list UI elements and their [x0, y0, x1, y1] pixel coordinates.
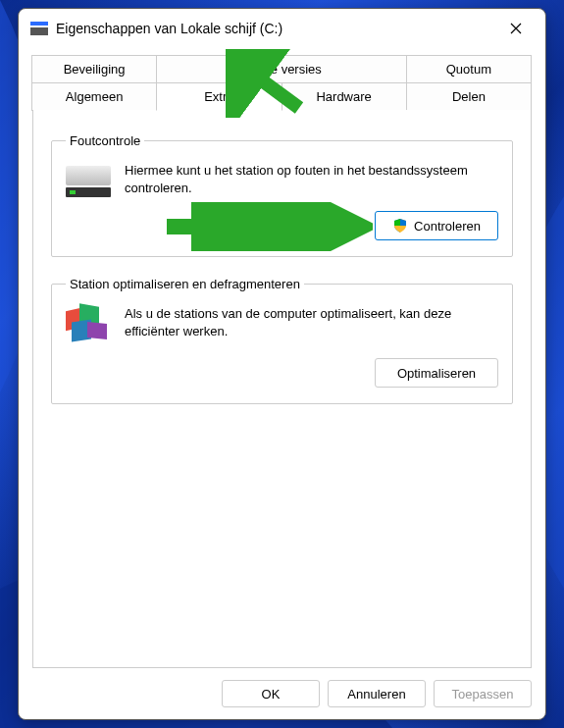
tab-delen[interactable]: Delen: [406, 82, 532, 111]
error-check-text: Hiermee kunt u het station op fouten in …: [125, 162, 498, 196]
drive-icon: [30, 22, 48, 35]
dialog-content: Beveiliging Vorige versies Quotum Algeme…: [19, 48, 545, 668]
check-button-label: Controleren: [414, 219, 481, 234]
error-check-group: Foutcontrole Hiermee kunt u het station …: [51, 133, 513, 257]
defrag-icon: [66, 305, 111, 344]
tab-panel-extra: Foutcontrole Hiermee kunt u het station …: [32, 110, 532, 668]
dialog-footer: OK Annuleren Toepassen: [19, 668, 545, 719]
properties-dialog: Eigenschappen van Lokale schijf (C:) Bev…: [18, 8, 546, 720]
close-icon: [510, 23, 522, 34]
optimize-button-label: Optimaliseren: [397, 366, 476, 381]
close-button[interactable]: [494, 14, 538, 43]
error-check-legend: Foutcontrole: [66, 133, 144, 148]
optimize-button[interactable]: Optimaliseren: [375, 358, 498, 388]
optimize-legend: Station optimaliseren en defragmenteren: [66, 277, 304, 291]
hdd-icon: [66, 166, 111, 197]
tab-hardware[interactable]: Hardware: [282, 82, 407, 111]
apply-button[interactable]: Toepassen: [434, 680, 532, 707]
ok-button[interactable]: OK: [222, 680, 320, 707]
check-button[interactable]: Controleren: [375, 211, 498, 240]
tab-quotum[interactable]: Quotum: [406, 55, 532, 83]
titlebar: Eigenschappen van Lokale schijf (C:): [19, 9, 545, 48]
tab-algemeen[interactable]: Algemeen: [31, 82, 157, 111]
cancel-button[interactable]: Annuleren: [328, 680, 426, 707]
tab-extra[interactable]: Extra: [156, 82, 282, 111]
tab-beveiliging[interactable]: Beveiliging: [31, 55, 157, 83]
tab-strip: Beveiliging Vorige versies Quotum Algeme…: [32, 56, 532, 111]
tab-vorige-versies[interactable]: Vorige versies: [156, 55, 407, 83]
optimize-text: Als u de stations van de computer optima…: [125, 305, 498, 339]
uac-shield-icon: [392, 218, 408, 234]
window-title: Eigenschappen van Lokale schijf (C:): [56, 21, 494, 36]
optimize-group: Station optimaliseren en defragmenteren …: [51, 277, 513, 404]
